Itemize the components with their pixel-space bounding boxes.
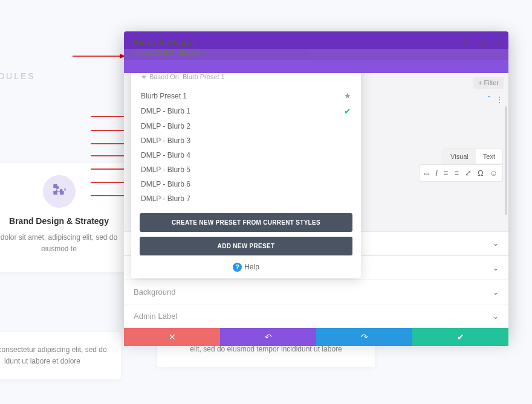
preset-item-label: DMLP - Blurb 4: [141, 151, 190, 159]
based-on-text: Based On: Blurb Preset 1: [149, 73, 225, 80]
preset-item[interactable]: DMLP - Blurb 5: [131, 162, 361, 177]
add-preset-button[interactable]: ADD NEW PRESET: [140, 237, 352, 255]
preset-dropdown: Blurb Default Preset ★Based On: Blurb Pr…: [131, 73, 361, 278]
create-preset-button[interactable]: CREATE NEW PRESET FROM CURRENT STYLES: [140, 213, 352, 232]
preset-item[interactable]: Blurb Preset 1 ★: [131, 88, 361, 103]
preset-item-label: DMLP - Blurb 5: [141, 165, 190, 174]
preset-item-label: Blurb Preset 1: [141, 92, 187, 100]
preset-item[interactable]: DMLP - Blurb 3: [131, 133, 361, 148]
help-label: Help: [244, 263, 259, 271]
preset-item-label: DMLP - Blurb 2: [141, 122, 190, 130]
modal-header: Blurb Settings Preset: DMLP - Blurb 1 ▾ …: [124, 31, 508, 73]
preset-item[interactable]: DMLP - Blurb 7: [131, 191, 361, 206]
preset-item[interactable]: DMLP - Blurb 2: [131, 119, 361, 133]
scrollbar[interactable]: [505, 106, 507, 215]
kebab-menu-icon[interactable]: ⋮: [494, 37, 502, 47]
editor-mode-tabs: Visual Text: [443, 149, 502, 164]
chevron-down-icon: ⌄: [493, 288, 499, 297]
modal-body: + Filter ˆ ⋮ Visual Text ▭ I ≡ ≡ ⤢ Ω ☺ ⌄…: [124, 73, 508, 338]
based-on-label: ★Based On: Blurb Preset 1: [141, 73, 351, 81]
tab-visual[interactable]: Visual: [443, 149, 476, 164]
modal-title: Blurb Settings: [124, 31, 508, 49]
puzzle-icon: [51, 184, 67, 199]
preset-item-label: DMLP - Blurb 6: [141, 180, 190, 188]
close-icon: ✕: [169, 332, 176, 342]
help-link[interactable]: ?Help: [131, 263, 361, 272]
undo-button[interactable]: ↶: [220, 328, 316, 346]
collapse-toggle-icon[interactable]: ˆ: [488, 95, 490, 104]
page-header-fragment: DULES: [0, 71, 36, 81]
preset-item[interactable]: DMLP - Blurb 4: [131, 148, 361, 162]
annotation-arrow-icon: [73, 53, 127, 60]
modal-footer: ✕ ↶ ↷ ✔: [124, 328, 508, 346]
chevron-down-icon: ⌄: [493, 312, 499, 321]
outdent-icon[interactable]: ≡: [444, 168, 449, 178]
section-background[interactable]: Background ⌄: [124, 280, 508, 304]
fullscreen-icon[interactable]: ⤢: [465, 168, 472, 178]
clear-format-icon[interactable]: I: [435, 168, 438, 178]
chevron-down-icon: ⌄: [493, 264, 499, 272]
check-icon: ✔: [457, 332, 464, 342]
indent-icon[interactable]: ≡: [454, 168, 459, 178]
preset-selector[interactable]: Preset: DMLP - Blurb 1 ▾: [124, 49, 508, 60]
card-text: amet, consectetur adipiscing elit, sed d…: [0, 344, 109, 367]
chevron-down-icon: ▾: [203, 50, 206, 56]
section-label: Background: [134, 287, 175, 297]
redo-button[interactable]: ↷: [316, 328, 412, 346]
background-card: amet, consectetur adipiscing elit, sed d…: [0, 332, 121, 379]
card-text: dolor sit amet, adipiscing elit, sed do …: [0, 232, 130, 255]
puzzle-icon-circle: [43, 175, 76, 208]
plus-icon: +: [478, 79, 484, 86]
preset-item-label: DMLP - Blurb 7: [141, 194, 190, 203]
preset-item-label: DMLP - Blurb 3: [141, 136, 190, 145]
preset-item[interactable]: DMLP - Blurb 6: [131, 177, 361, 191]
tab-text[interactable]: Text: [476, 149, 502, 164]
redo-icon: ↷: [361, 332, 368, 342]
undo-icon: ↶: [265, 332, 272, 342]
section-admin-label[interactable]: Admin Label ⌄: [124, 304, 508, 328]
modal-tabs-bar: [124, 60, 508, 73]
editor-toolbar: ▭ I ≡ ≡ ⤢ Ω ☺: [420, 165, 502, 181]
preset-list: Blurb Preset 1 ★ DMLP - Blurb 1 ✔ DMLP -…: [131, 83, 361, 208]
more-options-icon[interactable]: ⋮: [495, 95, 504, 104]
settings-modal: Blurb Settings Preset: DMLP - Blurb 1 ▾ …: [124, 31, 508, 338]
cancel-button[interactable]: ✕: [124, 328, 220, 346]
special-char-icon[interactable]: Ω: [478, 168, 484, 178]
preset-selector-label: Preset: DMLP - Blurb 1: [132, 49, 201, 56]
save-button[interactable]: ✔: [412, 328, 508, 346]
emoji-icon[interactable]: ☺: [490, 168, 498, 178]
chevron-down-icon: ⌄: [493, 239, 499, 248]
preset-item[interactable]: DMLP - Blurb 1 ✔: [131, 103, 361, 119]
snap-icon[interactable]: ▯: [481, 37, 485, 47]
filter-button-label: Filter: [484, 79, 499, 86]
section-label: Admin Label: [134, 312, 177, 321]
star-icon: ★: [344, 91, 351, 100]
star-icon: ★: [141, 73, 147, 80]
dropdown-header: Blurb Default Preset ★Based On: Blurb Pr…: [131, 73, 361, 83]
check-icon: ✔: [344, 106, 351, 116]
help-icon: ?: [233, 263, 242, 272]
expand-icon[interactable]: ⛶: [464, 37, 472, 47]
filter-button[interactable]: + Filter: [473, 77, 504, 89]
preset-item-label: DMLP - Blurb 1: [141, 107, 190, 115]
paste-icon[interactable]: ▭: [424, 168, 429, 178]
card-title: Brand Design & Strategy: [0, 216, 130, 226]
